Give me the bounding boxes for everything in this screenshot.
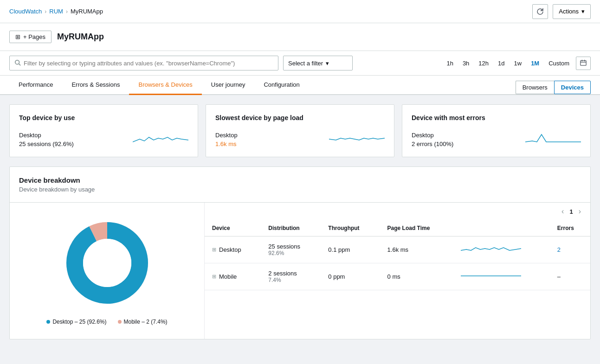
breakdown-section: Device breakdown Device breakdown by usa… (9, 166, 591, 339)
card-slowest-device-content: Desktop 1.6k ms (215, 129, 385, 147)
select-filter-arrow: ▾ (326, 60, 329, 67)
pagination-next-button[interactable]: › (577, 207, 583, 216)
time-btn-1h[interactable]: 1h (442, 57, 458, 69)
actions-button[interactable]: Actions ▾ (553, 4, 591, 19)
card-most-errors-content: Desktop 2 errors (100%) (412, 129, 581, 147)
breadcrumb-current: MyRUMApp (71, 8, 103, 15)
td-sparkline-desktop (453, 236, 550, 263)
svg-line-1 (19, 64, 21, 65)
toggle-devices-button[interactable]: Devices (554, 81, 591, 94)
tab-errors-sessions[interactable]: Errors & Sessions (62, 76, 129, 95)
breakdown-body: Desktop – 25 (92.6%) Mobile – 2 (7.4%) ‹… (10, 202, 590, 339)
search-box-wrapper (9, 56, 278, 70)
breakdown-table-area: ‹ 1 › Device Distribution Throughput Pag… (205, 203, 590, 339)
tab-configuration[interactable]: Configuration (254, 76, 309, 95)
td-device-desktop: ⊞ Desktop (205, 236, 261, 263)
th-device: Device (205, 220, 261, 236)
breakdown-table: Device Distribution Throughput Page Load… (205, 220, 590, 290)
dist-pct-desktop: 92.6% (268, 250, 313, 256)
breadcrumb: CloudWatch › RUM › MyRUMApp (9, 8, 103, 15)
th-distribution: Distribution (261, 220, 321, 236)
time-btn-custom[interactable]: Custom (544, 57, 574, 69)
dist-pct-mobile: 7.4% (268, 277, 313, 283)
td-throughput-desktop: 0.1 ppm (321, 236, 380, 263)
card-slowest-device-stat: 1.6k ms (215, 140, 238, 147)
breadcrumb-rum[interactable]: RUM (49, 8, 63, 15)
card-top-device-name: Desktop (19, 132, 74, 139)
card-slowest-device-title: Slowest device by page load (215, 114, 385, 121)
summary-cards: Top device by use Desktop 25 sessions (9… (9, 104, 591, 157)
td-dist-mobile: 2 sessions 7.4% (261, 263, 321, 290)
time-btn-1m[interactable]: 1M (526, 57, 544, 69)
td-throughput-mobile: 0 ppm (321, 263, 380, 290)
table-row: ⊞ Desktop 25 sessions 92.6% 0.1 ppm 1.6k… (205, 236, 590, 263)
table-body: ⊞ Desktop 25 sessions 92.6% 0.1 ppm 1.6k… (205, 236, 590, 290)
search-icon (14, 59, 21, 67)
legend-desktop: Desktop – 25 (92.6%) (46, 319, 106, 325)
tab-browsers-devices[interactable]: Browsers & Devices (129, 76, 201, 95)
th-sparkline (453, 220, 550, 236)
card-top-device-info: Desktop 25 sessions (92.6%) (19, 132, 74, 147)
svg-point-9 (83, 239, 131, 287)
actions-arrow: ▾ (581, 8, 585, 15)
donut-chart-area: Desktop – 25 (92.6%) Mobile – 2 (7.4%) (10, 203, 205, 339)
legend-desktop-dot (46, 320, 50, 324)
table-head: Device Distribution Throughput Page Load… (205, 220, 590, 236)
table-row: ⊞ Mobile 2 sessions 7.4% 0 ppm 0 ms (205, 263, 590, 290)
chart-legend: Desktop – 25 (92.6%) Mobile – 2 (7.4%) (46, 319, 167, 325)
tab-performance[interactable]: Performance (9, 76, 62, 95)
top-bar: CloudWatch › RUM › MyRUMApp Actions ▾ (0, 0, 600, 23)
error-link-desktop[interactable]: 2 (557, 246, 561, 253)
time-btn-1d[interactable]: 1d (493, 57, 509, 69)
filter-bar: Select a filter ▾ 1h 3h 12h 1d 1w 1M Cus… (0, 51, 600, 76)
card-most-errors-stat: 2 errors (100%) (412, 140, 453, 147)
table-header-row: Device Distribution Throughput Page Load… (205, 220, 590, 236)
select-filter[interactable]: Select a filter ▾ (283, 56, 353, 70)
search-input[interactable] (24, 60, 273, 67)
card-most-errors-title: Device with most errors (412, 114, 581, 121)
breadcrumb-cloudwatch[interactable]: CloudWatch (9, 8, 42, 15)
page-title: MyRUMApp (57, 32, 104, 42)
time-options: 1h 3h 12h 1d 1w 1M Custom (442, 57, 591, 70)
legend-mobile: Mobile – 2 (7.4%) (118, 319, 168, 325)
donut-chart (61, 217, 154, 309)
breadcrumb-sep-1: › (45, 8, 46, 15)
td-load-time-mobile: 0 ms (380, 263, 454, 290)
time-btn-12h[interactable]: 12h (474, 57, 493, 69)
td-errors-mobile: – (550, 263, 590, 290)
dist-sessions-desktop: 25 sessions (268, 243, 313, 250)
svg-rect-2 (581, 60, 586, 65)
main-content: Top device by use Desktop 25 sessions (9… (0, 95, 600, 349)
pages-label: + Pages (23, 33, 45, 40)
breakdown-header: Device breakdown Device breakdown by usa… (10, 167, 590, 197)
time-btn-1w[interactable]: 1w (510, 57, 527, 69)
toggle-browsers-button[interactable]: Browsers (516, 81, 554, 94)
td-load-time-desktop: 1.6k ms (380, 236, 454, 263)
pages-button[interactable]: ⊞ + Pages (9, 31, 52, 43)
refresh-button[interactable] (532, 4, 548, 19)
td-dist-desktop: 25 sessions 92.6% (261, 236, 321, 263)
table-pagination: ‹ 1 › (205, 203, 590, 220)
card-most-errors-sparkline (525, 129, 581, 147)
pagination-prev-button[interactable]: ‹ (560, 207, 566, 216)
pages-icon: ⊞ (15, 33, 20, 40)
card-top-device-sparkline (133, 129, 188, 147)
card-top-device: Top device by use Desktop 25 sessions (9… (9, 104, 198, 157)
expand-icon-desktop[interactable]: ⊞ (212, 247, 216, 253)
td-device-mobile: ⊞ Mobile (205, 263, 261, 290)
card-slowest-device-sparkline (329, 129, 385, 147)
device-name-mobile: Mobile (219, 273, 237, 280)
td-errors-desktop: 2 (550, 236, 590, 263)
tab-user-journey[interactable]: User journey (202, 76, 255, 95)
pagination-current-page: 1 (569, 208, 573, 215)
page-header: ⊞ + Pages MyRUMApp (0, 23, 600, 51)
card-most-errors-name: Desktop (412, 132, 453, 139)
card-most-errors-info: Desktop 2 errors (100%) (412, 132, 453, 147)
donut-wrapper (61, 217, 154, 309)
time-btn-3h[interactable]: 3h (458, 57, 474, 69)
breakdown-subtitle: Device breakdown by usage (19, 186, 581, 193)
card-slowest-device-info: Desktop 1.6k ms (215, 132, 238, 147)
card-top-device-content: Desktop 25 sessions (92.6%) (19, 129, 188, 147)
expand-icon-mobile[interactable]: ⊞ (212, 274, 216, 280)
calendar-button[interactable] (576, 57, 591, 70)
